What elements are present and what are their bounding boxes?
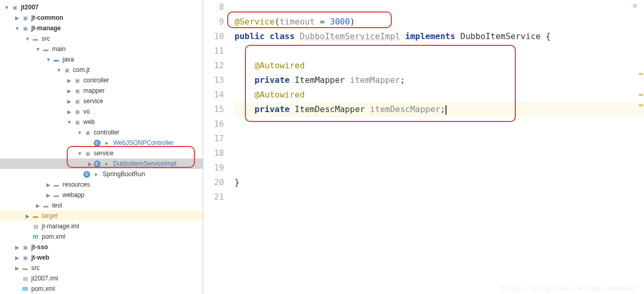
chevron-right-icon: ▶ xyxy=(15,244,20,250)
java-class-icon: C xyxy=(94,161,101,167)
code-line[interactable] xyxy=(234,0,644,15)
tree-web[interactable]: ▼ ▣ web xyxy=(0,117,203,127)
run-arrow-icon: ▶ xyxy=(92,170,101,178)
tree-vo[interactable]: ▶ ▣ vo xyxy=(0,106,203,117)
gutter-line: 18 xyxy=(203,146,224,161)
tree-root[interactable]: ▼ ▣ jt2007 xyxy=(0,2,203,13)
tree-label: resources xyxy=(63,181,90,188)
tree-web-service[interactable]: ▼ ▣ service xyxy=(0,148,203,158)
java-class-icon: C xyxy=(94,140,101,146)
gutter-line: 13 xyxy=(203,73,224,88)
code-line-current[interactable]: private ItemDescMapper itemDescMapper; xyxy=(234,102,644,117)
package-icon: ▣ xyxy=(73,107,81,116)
tree-jt2007-iml[interactable]: ▶ ▤ jt2007.iml xyxy=(0,273,203,284)
tree-label: DubboItemServiceImpl xyxy=(113,160,176,167)
tree-label: SpringBootRun xyxy=(103,170,145,178)
tree-java[interactable]: ▼ ▬ java xyxy=(0,54,203,65)
gutter-line: 11 xyxy=(203,44,224,58)
tree-label: mapper xyxy=(83,87,105,94)
tree-web-jsonp[interactable]: ▶ C ▶ WebJSONPController xyxy=(0,138,203,148)
gutter-line: 20 xyxy=(203,175,224,190)
chevron-right-icon: ▶ xyxy=(25,213,30,219)
gutter-line: 17 xyxy=(203,131,224,146)
code-line[interactable]: @Service(timeout = 3000) xyxy=(234,15,644,29)
code-editor[interactable]: 8 9 10 11 12 13 14 15 16 17 18 19 20 21 … xyxy=(203,0,644,294)
tree-label: jt2007.iml xyxy=(31,275,58,282)
run-arrow-icon: ▶ xyxy=(103,139,111,147)
file-icon: ▤ xyxy=(21,274,29,283)
marker-strip[interactable] xyxy=(638,0,644,294)
package-icon: ▣ xyxy=(73,118,81,126)
tree-label: web xyxy=(83,118,95,126)
tree-spring-boot-run[interactable]: ▶ C ▶ SpringBootRun xyxy=(0,169,203,179)
gutter-line: 10 xyxy=(203,29,224,44)
tree-resources[interactable]: ▶ ▬ resources xyxy=(0,179,203,190)
folder-icon: ▬ xyxy=(52,191,60,199)
warning-marker[interactable] xyxy=(639,94,643,96)
maven-icon: m xyxy=(31,232,40,241)
code-line[interactable] xyxy=(234,131,644,146)
tree-pom-xml[interactable]: ▶ m pom.xml xyxy=(0,231,203,242)
tree-jt-manage-iml[interactable]: ▶ ▤ jt-manage.iml xyxy=(0,221,203,231)
tree-pom-xml2[interactable]: ▶ m pom.xml xyxy=(0,284,203,294)
tree-service[interactable]: ▶ ▣ service xyxy=(0,96,203,106)
chevron-right-icon: ▶ xyxy=(15,265,20,271)
folder-icon: ▣ xyxy=(10,3,19,11)
chevron-down-icon: ▼ xyxy=(15,26,20,31)
tree-label: pom.xml xyxy=(31,285,55,292)
chevron-down-icon: ▼ xyxy=(56,67,61,73)
tree-webapp[interactable]: ▶ ▬ webapp xyxy=(0,190,203,200)
chevron-down-icon: ▼ xyxy=(77,130,82,136)
tree-dubbo-item[interactable]: ▶ C ▶ DubboItemServiceImpl xyxy=(0,158,203,169)
code-line[interactable]: @Autowired xyxy=(234,88,644,102)
gutter-line: 21 xyxy=(203,190,224,204)
tree-jt-sso[interactable]: ▶ ▣ jt-sso xyxy=(0,242,203,252)
gutter-line: 15 xyxy=(203,102,224,117)
tree-jt-common[interactable]: ▶ ▣ jt-common xyxy=(0,13,203,23)
code-line[interactable]: } xyxy=(234,175,644,190)
warning-marker[interactable] xyxy=(639,73,643,75)
tree-label: WebJSONPController xyxy=(113,139,174,146)
chevron-down-icon: ▼ xyxy=(35,46,41,52)
tree-label: java xyxy=(63,56,74,63)
tree-main[interactable]: ▼ ▬ main xyxy=(0,44,203,54)
project-tree[interactable]: ▼ ▣ jt2007 ▶ ▣ jt-common ▼ ▣ jt-manage ▼… xyxy=(0,0,203,294)
tree-com-jt[interactable]: ▼ ▣ com.jt xyxy=(0,65,203,75)
chevron-down-icon: ▼ xyxy=(77,151,82,156)
tree-mapper[interactable]: ▶ ▣ mapper xyxy=(0,85,203,96)
folder-icon: ▬ xyxy=(21,264,29,272)
folder-icon: ▬ xyxy=(31,212,40,220)
gutter-line: 19 xyxy=(203,161,224,175)
code-content[interactable]: @Service(timeout = 3000) public class Du… xyxy=(234,0,644,294)
tree-jt-manage[interactable]: ▼ ▣ jt-manage xyxy=(0,23,203,33)
chevron-right-icon: ▶ xyxy=(15,15,20,21)
chevron-down-icon: ▼ xyxy=(4,5,9,10)
code-line[interactable]: @Autowired xyxy=(234,58,644,73)
code-line[interactable] xyxy=(234,117,644,131)
gutter-line: 12 xyxy=(203,58,224,73)
tree-src2[interactable]: ▶ ▬ src xyxy=(0,263,203,273)
tree-controller[interactable]: ▶ ▣ controller xyxy=(0,75,203,85)
code-line[interactable] xyxy=(234,190,644,204)
code-line[interactable]: public class DubboItemServiceImpl implem… xyxy=(234,29,644,44)
folder-icon: ▣ xyxy=(21,24,29,32)
tree-jt-web[interactable]: ▶ ▣ jt-web xyxy=(0,252,203,263)
tree-web-controller[interactable]: ▼ ▣ controller xyxy=(0,127,203,138)
tree-label: service xyxy=(94,150,114,157)
tree-label: controller xyxy=(94,129,119,136)
code-line[interactable] xyxy=(234,44,644,58)
folder-icon: ▣ xyxy=(21,14,29,22)
tree-label: jt2007 xyxy=(21,4,39,11)
tree-label: src xyxy=(42,35,50,42)
tree-src[interactable]: ▼ ▬ src xyxy=(0,33,203,44)
tree-label: jt-web xyxy=(31,254,49,261)
code-line[interactable] xyxy=(234,161,644,175)
java-class-icon: C xyxy=(83,171,90,178)
chevron-right-icon: ▶ xyxy=(67,88,72,94)
warning-marker[interactable] xyxy=(639,104,643,106)
folder-icon: ▣ xyxy=(21,253,29,262)
code-line[interactable]: private ItemMapper itemMapper; xyxy=(234,73,644,88)
code-line[interactable] xyxy=(234,146,644,161)
tree-target[interactable]: ▶ ▬ target xyxy=(0,211,203,221)
tree-test[interactable]: ▶ ▬ test xyxy=(0,200,203,211)
